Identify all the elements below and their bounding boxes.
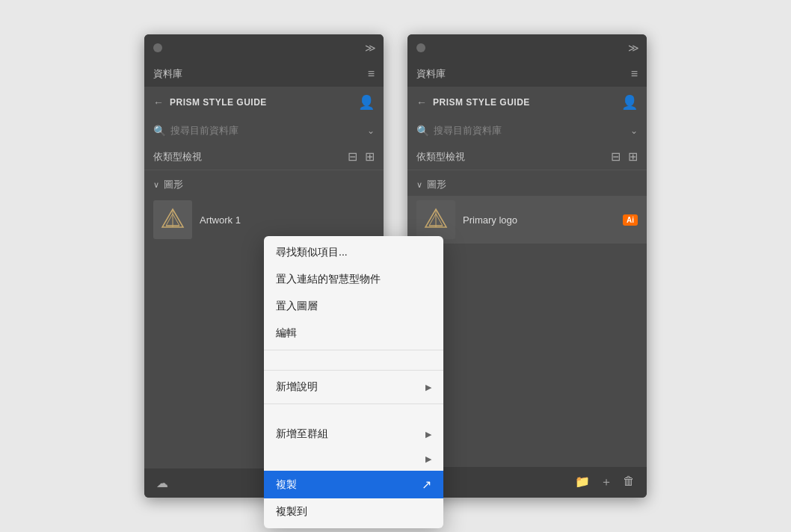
- nav-title: PRISM STYLE GUIDE: [170, 97, 352, 108]
- right-user-icon[interactable]: 👤: [621, 94, 638, 111]
- left-section-header: ∨ 圖形: [144, 170, 384, 196]
- menu-item-delete[interactable]: 複製到: [264, 498, 443, 525]
- right-nav-row: ← PRISM STYLE GUIDE 👤: [407, 87, 647, 118]
- search-placeholder-text[interactable]: 搜尋目前資料庫: [170, 124, 363, 137]
- menu-item-place-linked[interactable]: 置入連結的智慧型物件: [264, 266, 443, 293]
- right-back-arrow-icon[interactable]: ←: [416, 96, 427, 108]
- right-collapse-icon[interactable]: ≫: [628, 42, 638, 54]
- right-search-placeholder-text[interactable]: 搜尋目前資料庫: [434, 124, 626, 137]
- hamburger-icon[interactable]: ≡: [368, 67, 375, 81]
- menu-item-duplicate-to[interactable]: 新增至群組 ▶: [264, 421, 443, 448]
- left-nav-row: ← PRISM STYLE GUIDE 👤: [144, 87, 384, 118]
- right-section-label: 圖形: [427, 178, 446, 191]
- arrow-icon-3: ▶: [425, 454, 431, 464]
- search-icon: 🔍: [153, 125, 166, 137]
- menu-item-add-description[interactable]: [264, 353, 443, 367]
- menu-separator-1: [264, 350, 443, 350]
- right-section-header: ∨ 圖形: [407, 170, 647, 196]
- menu-item-move-to[interactable]: ▶: [264, 448, 443, 471]
- right-header-bar: 資料庫 ≡: [407, 61, 647, 87]
- add-icon[interactable]: ＋: [600, 474, 612, 490]
- right-view-controls: 依類型檢視 ⊟ ⊞: [407, 143, 647, 170]
- menu-item-find-similar[interactable]: 尋找類似項目...: [264, 239, 443, 266]
- section-label: 圖形: [164, 178, 183, 191]
- sort-icon[interactable]: ⊟: [348, 149, 357, 164]
- right-footer: ☁ 📁 ＋ 🗑: [407, 467, 647, 498]
- section-toggle[interactable]: ∨: [153, 180, 159, 190]
- right-item-name: Primary logo: [463, 214, 615, 226]
- right-item-thumbnail: [416, 200, 455, 239]
- right-panel: ≫ 資料庫 ≡ ← PRISM STYLE GUIDE 👤 🔍 搜尋目前資料庫 …: [407, 34, 647, 498]
- right-view-icons-group: ⊟ ⊞: [611, 149, 638, 164]
- right-chevron-down-icon[interactable]: ⌄: [630, 126, 638, 136]
- right-library-label: 資料庫: [416, 67, 446, 81]
- right-hamburger-icon[interactable]: ≡: [631, 67, 638, 81]
- right-search-row: 🔍 搜尋目前資料庫 ⌄: [407, 118, 647, 143]
- right-grid-icon[interactable]: ⊞: [628, 149, 638, 164]
- menu-separator-3: [264, 403, 443, 404]
- chevron-down-icon[interactable]: ⌄: [367, 126, 375, 136]
- collapse-icon[interactable]: ≫: [365, 42, 375, 54]
- right-close-button[interactable]: [416, 43, 425, 52]
- view-label[interactable]: 依類型檢視: [153, 150, 202, 164]
- menu-item-place-layer[interactable]: 置入圖層: [264, 293, 443, 320]
- left-titlebar: ≫: [144, 34, 384, 61]
- right-footer-right-icons: 📁 ＋ 🗑: [575, 474, 635, 490]
- trash-icon[interactable]: 🗑: [623, 474, 635, 490]
- right-titlebar: ≫: [407, 34, 647, 61]
- cloud-icon[interactable]: ☁: [156, 476, 168, 490]
- menu-item-duplicate[interactable]: [264, 407, 443, 421]
- folder-icon[interactable]: 📁: [575, 474, 590, 490]
- user-icon[interactable]: 👤: [358, 94, 375, 111]
- menu-separator-2: [264, 370, 443, 371]
- item-thumbnail: [153, 200, 192, 239]
- menu-item-add-to-group[interactable]: 新增說明 ▶: [264, 374, 443, 400]
- back-arrow-icon[interactable]: ←: [153, 96, 164, 108]
- menu-item-rename[interactable]: 複製 ↗: [264, 471, 443, 498]
- close-button[interactable]: [153, 43, 162, 52]
- arrow-icon: ▶: [425, 383, 431, 392]
- right-section-toggle[interactable]: ∨: [416, 180, 422, 190]
- arrow-icon-2: ▶: [425, 430, 431, 439]
- right-nav-title: PRISM STYLE GUIDE: [433, 97, 615, 108]
- context-menu: 尋找類似項目... 置入連結的智慧型物件 置入圖層 編輯 新增說明 ▶ 新增至群…: [264, 236, 443, 528]
- right-search-icon: 🔍: [416, 125, 429, 137]
- item-name: Artwork 1: [200, 214, 375, 226]
- left-search-row: 🔍 搜尋目前資料庫 ⌄: [144, 118, 384, 143]
- menu-item-edit[interactable]: 編輯: [264, 320, 443, 347]
- right-library-item[interactable]: Primary logo Ai: [407, 196, 647, 244]
- left-header-bar: 資料庫 ≡: [144, 61, 384, 87]
- right-view-label[interactable]: 依類型檢視: [416, 150, 465, 164]
- right-sort-icon[interactable]: ⊟: [611, 149, 621, 164]
- ai-badge: Ai: [623, 214, 638, 226]
- view-icons-group: ⊟ ⊞: [348, 149, 375, 164]
- library-label: 資料庫: [153, 67, 182, 81]
- left-view-controls: 依類型檢視 ⊟ ⊞: [144, 143, 384, 170]
- grid-icon[interactable]: ⊞: [365, 149, 375, 164]
